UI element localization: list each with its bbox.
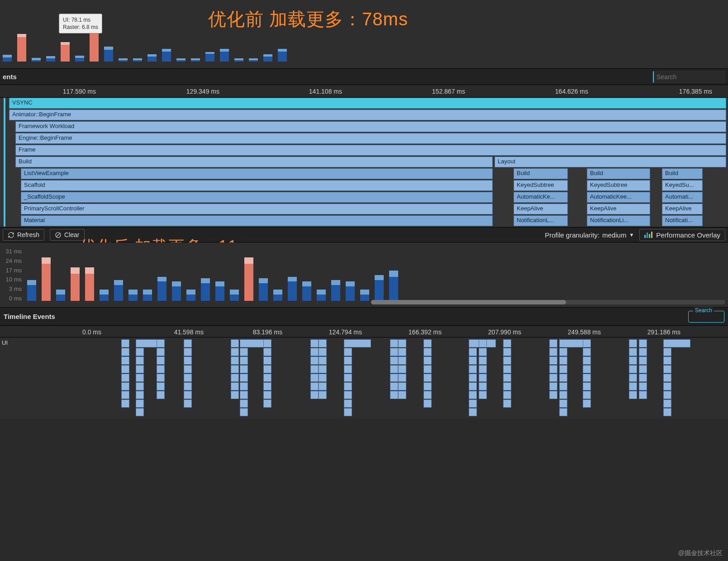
- bars-icon: [644, 232, 652, 238]
- bars-bottom[interactable]: [27, 257, 403, 301]
- clear-icon: [55, 232, 62, 238]
- flame-row: VSYNC: [9, 98, 728, 109]
- time-ruler-top[interactable]: 117.590 ms129.349 ms141.108 ms152.867 ms…: [0, 85, 728, 98]
- granularity-select[interactable]: Profile granularity: medium ▼: [545, 231, 634, 239]
- flame-seg[interactable]: KeepAlive: [587, 204, 650, 214]
- ui-lanes[interactable]: UI: [0, 338, 728, 419]
- flame-seg[interactable]: Animator::BeginFrame: [9, 109, 726, 120]
- time-ruler-bottom[interactable]: 0.0 ms41.598 ms83.196 ms124.794 ms166.39…: [0, 326, 728, 338]
- timeline-events-label: Timeline Events: [4, 313, 55, 320]
- refresh-label: Refresh: [17, 231, 39, 238]
- flame-seg[interactable]: Automati...: [662, 192, 703, 203]
- flame-seg[interactable]: Engine::BeginFrame: [15, 133, 726, 144]
- granularity-label: Profile granularity:: [545, 231, 600, 239]
- flame-seg[interactable]: NotificationLi...: [587, 215, 650, 226]
- flame-seg[interactable]: AutomaticKe...: [514, 192, 568, 203]
- frame-chart-after: 31 ms24 ms17 ms10 ms3 ms0 ms: [0, 242, 728, 308]
- tooltip-raster: Raster: 6.8 ms: [63, 24, 98, 31]
- flame-seg[interactable]: KeepAlive: [514, 204, 568, 214]
- flame-seg-build[interactable]: Build: [15, 157, 493, 167]
- flame-seg[interactable]: ListViewExample: [21, 168, 493, 179]
- events-header: ents: [0, 69, 728, 85]
- flame-seg[interactable]: AutomaticKee...: [587, 192, 650, 203]
- frame-tooltip: UI: 78.1 ms Raster: 6.8 ms: [59, 14, 102, 33]
- horizontal-scrollbar[interactable]: [371, 300, 725, 304]
- flame-seg[interactable]: KeyedSubtree: [514, 180, 568, 191]
- flame-seg[interactable]: Build: [514, 168, 568, 179]
- flame-seg[interactable]: NotificationL...: [514, 215, 568, 226]
- search-pill-label: Search: [693, 307, 714, 314]
- toolbar: Refresh Clear 优化后 加载更多：11ms Profile gran…: [0, 227, 728, 242]
- flame-seg[interactable]: Scaffold: [21, 180, 493, 191]
- perf-overlay-label: Performance Overlay: [656, 231, 720, 239]
- granularity-value: medium: [602, 231, 626, 239]
- yaxis: 31 ms24 ms17 ms10 ms3 ms0 ms: [0, 248, 24, 302]
- refresh-button[interactable]: Refresh: [3, 229, 44, 241]
- refresh-icon: [8, 232, 14, 238]
- timeline-events-header: Timeline Events Search: [0, 308, 728, 326]
- flame-seg-layout[interactable]: Layout: [495, 157, 726, 167]
- flame-seg[interactable]: KeepAlive: [662, 204, 703, 214]
- flame-seg[interactable]: Framework Workload: [15, 121, 726, 132]
- clear-label: Clear: [64, 231, 79, 238]
- chevron-down-icon: ▼: [629, 232, 634, 238]
- flame-seg-vsync[interactable]: VSYNC: [9, 98, 726, 109]
- flame-chart[interactable]: VSYNC Animator::BeginFrame Framework Wor…: [0, 98, 728, 227]
- frame-chart-before: UI: 78.1 ms Raster: 6.8 ms 优化前 加载更多：78ms: [0, 0, 728, 69]
- flame-seg[interactable]: KeyedSu...: [662, 180, 703, 191]
- lane-label: UI: [2, 339, 8, 346]
- tooltip-ui: UI: 78.1 ms: [63, 16, 98, 24]
- flame-seg[interactable]: Material: [21, 215, 493, 226]
- svg-line-1: [57, 233, 60, 237]
- flame-seg[interactable]: KeyedSubtree: [587, 180, 650, 191]
- performance-overlay-button[interactable]: Performance Overlay: [639, 229, 725, 241]
- search-pill[interactable]: Search: [688, 311, 724, 323]
- events-label: ents: [3, 73, 17, 81]
- selection-bracket: [4, 98, 5, 227]
- flame-seg[interactable]: Notificati...: [662, 215, 703, 226]
- bars-top[interactable]: [3, 18, 291, 62]
- search-input[interactable]: [653, 71, 725, 83]
- flame-seg[interactable]: Build: [662, 168, 703, 179]
- flame-seg[interactable]: _ScaffoldScope: [21, 192, 493, 203]
- flame-seg[interactable]: Frame: [15, 145, 726, 156]
- flame-seg[interactable]: PrimaryScrollController: [21, 204, 493, 214]
- flame-seg[interactable]: Build: [587, 168, 650, 179]
